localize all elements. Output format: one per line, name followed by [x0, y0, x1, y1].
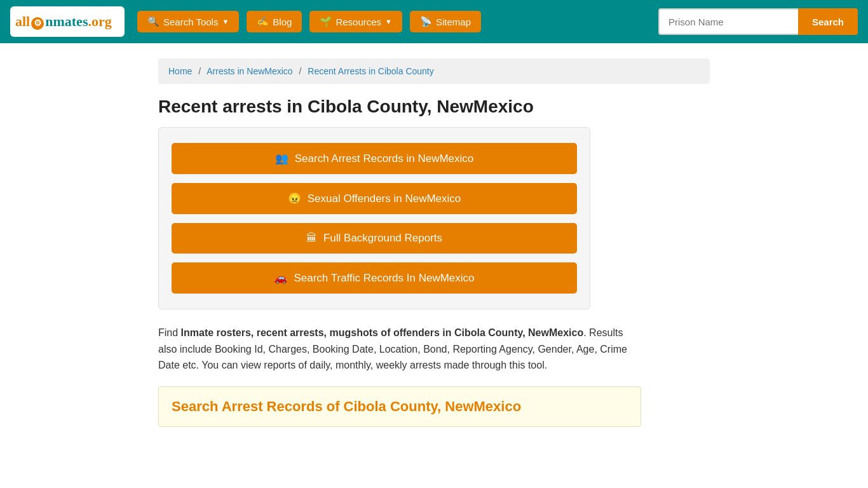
site-logo[interactable]: all⚙nmates.org — [10, 6, 125, 37]
bottom-section-title: Search Arrest Records of Cibola County, … — [172, 398, 628, 415]
page-title: Recent arrests in Cibola County, NewMexi… — [158, 97, 710, 117]
resources-label: Resources — [336, 17, 381, 27]
blog-label: Blog — [273, 17, 292, 27]
resources-icon — [320, 16, 332, 27]
chevron-down-icon-2: ▼ — [385, 18, 392, 25]
action-button-card: Search Arrest Records in NewMexico Sexua… — [158, 127, 590, 309]
breadcrumb-current: Recent Arrests in Cibola County — [308, 66, 433, 76]
site-header: all⚙nmates.org Search Tools ▼ Blog Resou… — [0, 0, 868, 43]
prison-search-box: Search — [658, 8, 858, 35]
offender-icon — [288, 192, 301, 205]
logo-all: all — [15, 13, 30, 29]
search-tools-label: Search Tools — [163, 17, 218, 27]
full-background-reports-label: Full Background Reports — [323, 232, 442, 245]
search-traffic-records-button[interactable]: Search Traffic Records In NewMexico — [172, 262, 577, 294]
logo-inmates: nmates — [45, 13, 88, 29]
breadcrumb-sep-2: / — [299, 66, 302, 76]
breadcrumb: Home / Arrests in NewMexico / Recent Arr… — [158, 58, 710, 84]
prison-search-button[interactable]: Search — [798, 8, 858, 35]
sitemap-icon — [420, 16, 432, 27]
building-icon — [306, 232, 317, 245]
nav-blog[interactable]: Blog — [247, 11, 302, 32]
breadcrumb-sep-1: / — [198, 66, 201, 76]
main-content: Home / Arrests in NewMexico / Recent Arr… — [148, 43, 720, 442]
nav-sitemap[interactable]: Sitemap — [410, 11, 481, 32]
breadcrumb-arrests-nm[interactable]: Arrests in NewMexico — [207, 66, 292, 76]
description-paragraph: Find Inmate rosters, recent arrests, mug… — [158, 325, 641, 374]
full-background-reports-button[interactable]: Full Background Reports — [172, 223, 577, 254]
chevron-down-icon: ▼ — [222, 18, 229, 25]
search-tools-icon — [147, 16, 159, 27]
nav-search-tools[interactable]: Search Tools ▼ — [137, 11, 239, 32]
search-arrest-records-button[interactable]: Search Arrest Records in NewMexico — [172, 143, 577, 174]
search-traffic-records-label: Search Traffic Records In NewMexico — [294, 272, 474, 285]
logo-org: .org — [88, 13, 111, 29]
desc-bold: Inmate rosters, recent arrests, mugshots… — [181, 327, 584, 338]
search-button-label: Search — [812, 17, 844, 27]
nav-resources[interactable]: Resources ▼ — [309, 11, 402, 32]
sitemap-label: Sitemap — [436, 17, 471, 27]
search-arrest-records-label: Search Arrest Records in NewMexico — [295, 152, 474, 165]
blog-icon — [257, 16, 269, 27]
prison-name-input[interactable] — [658, 8, 798, 35]
bottom-search-section: Search Arrest Records of Cibola County, … — [158, 386, 641, 427]
breadcrumb-home[interactable]: Home — [168, 66, 192, 76]
users-icon — [275, 152, 288, 165]
desc-intro: Find — [158, 327, 181, 338]
car-icon — [274, 271, 287, 285]
logo-gear-icon: ⚙ — [31, 17, 44, 30]
sexual-offenders-label: Sexual Offenders in NewMexico — [308, 193, 461, 205]
sexual-offenders-button[interactable]: Sexual Offenders in NewMexico — [172, 183, 577, 214]
